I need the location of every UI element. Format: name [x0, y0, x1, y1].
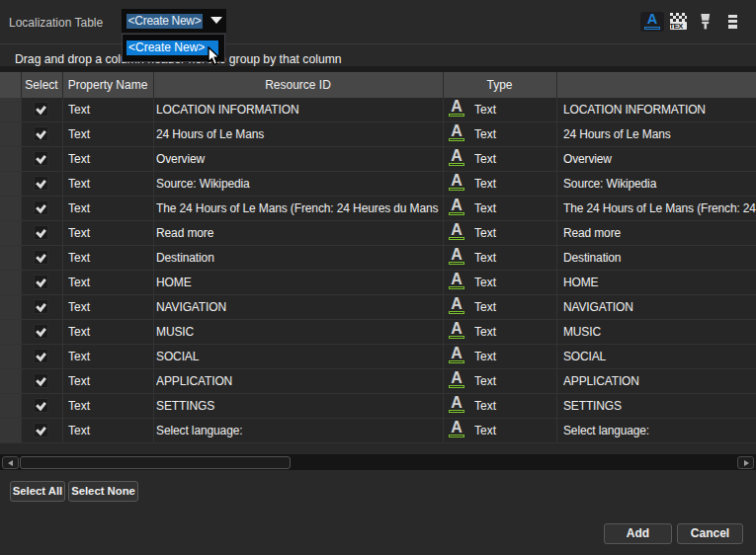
svg-text:TEX: TEX: [670, 22, 684, 30]
